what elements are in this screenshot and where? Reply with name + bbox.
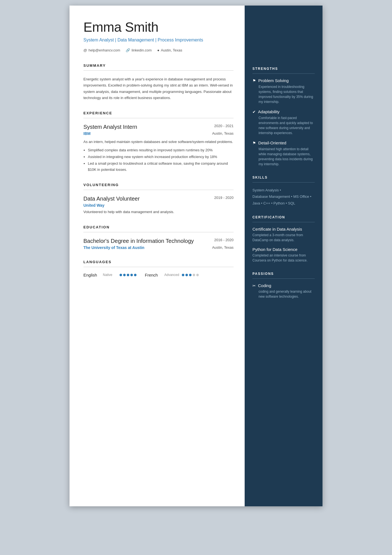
job-location: Austin, Texas [212, 131, 234, 136]
certification-divider [252, 222, 315, 222]
experience-section: EXPERIENCE System Analyst Intern 2020 - … [83, 111, 234, 173]
dot-f4 [193, 274, 195, 276]
education-title: EDUCATION [83, 225, 234, 229]
lang-level-english: Native [103, 273, 117, 277]
dot-f3 [189, 274, 192, 276]
vol-org: United Way [83, 203, 234, 208]
passion-1: ✂ Coding coding and generally learning a… [252, 283, 315, 299]
languages-section: LANGUAGES English Native French [83, 260, 234, 277]
volunteering-title: VOLUNTEERING [83, 183, 234, 187]
job-header: System Analyst Intern 2020 - 2021 [83, 124, 234, 130]
languages-divider [83, 267, 234, 267]
resume-wrapper: Emma Smith System Analyst | Data Managem… [70, 6, 322, 506]
strength-3-label: Detail-Oriented [258, 140, 286, 145]
location-icon: ● [157, 48, 160, 52]
education-divider [83, 232, 234, 232]
strength-2-label: Adaptability [258, 109, 280, 114]
strength-3-desc: Maintained high attention to detail whil… [252, 147, 315, 167]
language-english: English Native [83, 273, 137, 277]
passions-section: PASSIONS ✂ Coding coding and generally l… [252, 272, 315, 299]
email-value: help@enhancv.com [88, 48, 120, 52]
volunteering-section: VOLUNTEERING Data Analyst Volunteer 2019… [83, 183, 234, 215]
edu-dates: 2016 - 2020 [214, 238, 234, 242]
cert-2-desc: Completed an intensive course from Cours… [252, 253, 315, 263]
linkedin-icon: 🔗 [126, 48, 130, 52]
candidate-name: Emma Smith [83, 19, 234, 35]
linkedin-value: linkedin.com [132, 48, 152, 52]
passion-1-title: ✂ Coding [252, 283, 315, 288]
edu-school: The University of Texas at Austin [83, 245, 144, 250]
dot-e1 [120, 274, 122, 276]
email-contact: @ help@enhancv.com [83, 48, 120, 52]
problem-solving-icon: ⚑ [252, 78, 256, 83]
coding-icon: ✂ [252, 283, 256, 288]
dot-e4 [130, 274, 133, 276]
education-section: EDUCATION Bachelor's Degree in Informati… [83, 225, 234, 250]
summary-divider [83, 70, 234, 71]
skills-line-3: Java • C++ • Python • SQL [252, 200, 315, 206]
dot-e3 [127, 274, 129, 276]
strength-1-desc: Experienced in troubleshooting systems, … [252, 84, 315, 104]
linkedin-contact: 🔗 linkedin.com [126, 48, 152, 52]
location-contact: ● Austin, Texas [157, 48, 182, 52]
strength-2-title: ✔ Adaptability [252, 109, 315, 114]
edu-location: Austin, Texas [212, 245, 234, 250]
right-column: STRENGTHS ⚑ Problem Solving Experienced … [245, 6, 322, 506]
skills-title: SKILLS [252, 176, 315, 179]
strength-3: ⚑ Detail-Oriented Maintained high attent… [252, 140, 315, 167]
strengths-section: STRENGTHS ⚑ Problem Solving Experienced … [252, 67, 315, 167]
header-section: Emma Smith System Analyst | Data Managem… [83, 19, 234, 52]
detail-oriented-icon: ⚑ [252, 141, 256, 145]
languages-row: English Native French Advanced [83, 273, 234, 277]
strength-2-desc: Comfortable in fast-paced environments a… [252, 115, 315, 135]
edu-sub: The University of Texas at Austin Austin… [83, 245, 234, 250]
cert-1-title: Certificate in Data Analysis [252, 227, 315, 231]
edu-header: Bachelor's Degree in Information Technol… [83, 238, 234, 244]
job-description: As an intern, helped maintain system dat… [83, 139, 234, 145]
summary-title: SUMMARY [83, 63, 234, 68]
lang-name-french: French [145, 273, 162, 277]
volunteering-divider [83, 190, 234, 190]
cert-1-desc: Completed a 3-month course from DataCamp… [252, 233, 315, 243]
job-company: IBM [83, 131, 91, 136]
summary-text: Energetic system analyst with a year's e… [83, 76, 234, 101]
skills-line-2: Database Management • MS Office • [252, 193, 315, 200]
passions-divider [252, 278, 315, 279]
job-sub: IBM Austin, Texas [83, 131, 234, 136]
dot-f5 [196, 274, 199, 276]
lang-level-french: Advanced [164, 273, 179, 277]
passion-1-label: Coding [258, 283, 271, 288]
bullet-3: Led a small project to troubleshoot a cr… [88, 161, 234, 173]
strengths-title: STRENGTHS [252, 67, 315, 71]
strength-2: ✔ Adaptability Comfortable in fast-paced… [252, 109, 315, 135]
strengths-divider [252, 73, 315, 74]
strength-1-label: Problem Solving [258, 78, 289, 83]
contact-row: @ help@enhancv.com 🔗 linkedin.com ● Aust… [83, 48, 234, 52]
cert-2-title: Python for Data Science [252, 247, 315, 252]
strength-3-title: ⚑ Detail-Oriented [252, 140, 315, 145]
left-column: Emma Smith System Analyst | Data Managem… [70, 6, 245, 506]
dot-e5 [134, 274, 137, 276]
cert-1: Certificate in Data Analysis Completed a… [252, 227, 315, 243]
languages-title: LANGUAGES [83, 260, 234, 264]
passions-title: PASSIONS [252, 272, 315, 276]
job-dates: 2020 - 2021 [214, 124, 234, 128]
job-bullets: Simplified complex data entries resultin… [83, 147, 234, 173]
skills-line-1: System Analysis • [252, 187, 315, 193]
certification-title: CERTIFICATION [252, 215, 315, 219]
language-french: French Advanced [145, 273, 199, 277]
vol-role: Data Analyst Volunteer [83, 196, 140, 202]
dots-english [120, 274, 137, 276]
summary-section: SUMMARY Energetic system analyst with a … [83, 63, 234, 101]
vol-desc: Volunteered to help with data management… [83, 209, 234, 215]
cert-2: Python for Data Science Completed an int… [252, 247, 315, 263]
lang-name-english: English [83, 273, 100, 277]
location-value: Austin, Texas [161, 48, 182, 52]
job-title: System Analyst Intern [83, 124, 137, 130]
passion-1-desc: coding and generally learning about new … [252, 289, 315, 299]
bullet-2: Assisted in integrating new system which… [88, 154, 234, 160]
vol-header: Data Analyst Volunteer 2019 - 2020 [83, 196, 234, 202]
experience-title: EXPERIENCE [83, 111, 234, 115]
vol-dates: 2019 - 2020 [214, 196, 234, 200]
dot-f1 [182, 274, 184, 276]
